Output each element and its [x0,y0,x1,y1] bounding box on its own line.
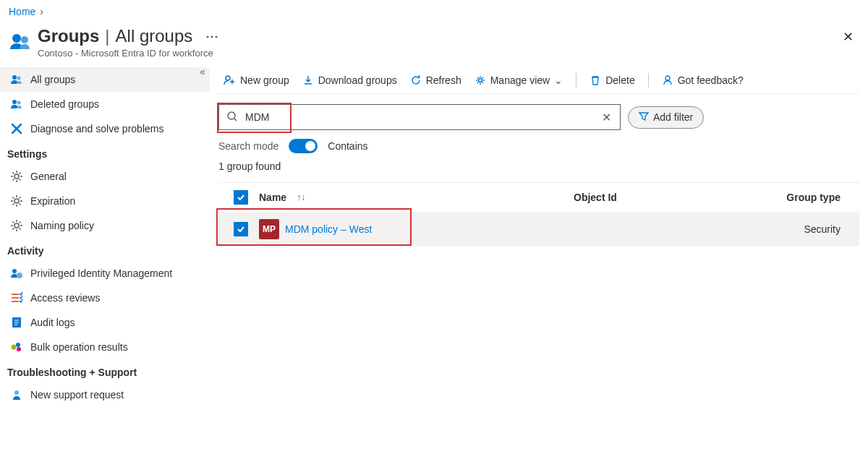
sidebar-item-label: Audit logs [30,317,75,328]
results-table: Name↑↓ Object Id Group type MP MDM polic… [218,182,859,247]
sidebar-item-label: All groups [30,74,75,85]
sidebar-item-diagnose[interactable]: Diagnose and solve problems [0,116,210,141]
support-icon [10,388,23,401]
sidebar-item-label: New support request [30,389,124,401]
search-input[interactable] [245,105,593,129]
chevron-down-icon: ⌄ [554,74,563,86]
sidebar-item-access-reviews[interactable]: Access reviews [0,286,210,310]
breadcrumb: Home › [0,0,868,23]
gear-icon [10,170,23,183]
new-group-button[interactable]: New group [223,74,289,87]
cell-group-type: Security [783,223,855,235]
svg-point-6 [14,174,19,179]
gear-icon [10,219,23,232]
collapse-sidebar-icon[interactable]: « [200,66,205,77]
pim-icon [10,267,23,280]
sidebar-item-label: Privileged Identity Management [30,268,172,279]
sidebar-item-label: Expiration [30,195,75,207]
svg-point-12 [12,345,17,350]
toolbar-separator [576,73,576,87]
sidebar-item-label: Diagnose and solve problems [30,123,163,134]
sidebar-item-label: Access reviews [30,292,100,304]
sidebar-section-settings: Settings [0,141,210,164]
toolbar-separator [648,73,649,87]
download-icon [302,74,314,86]
refresh-button[interactable]: Refresh [410,74,461,86]
table-row[interactable]: MP MDM policy – West Security [218,212,859,247]
close-icon[interactable]: ✕ [837,26,859,48]
sidebar-item-general[interactable]: General [0,164,210,189]
gear-icon [10,194,23,207]
select-all-checkbox[interactable] [234,190,248,205]
search-mode-value: Contains [328,140,367,152]
svg-point-1 [21,36,28,43]
search-input-wrapper: ✕ [218,104,621,130]
gear-icon [475,74,486,86]
breadcrumb-home[interactable]: Home [9,6,35,17]
svg-point-3 [17,77,21,80]
sidebar-item-expiration[interactable]: Expiration [0,189,210,213]
svg-point-5 [17,101,21,105]
sidebar-section-support: Troubleshooting + Support [0,359,210,382]
delete-button[interactable]: Delete [590,74,634,86]
search-mode-toggle[interactable] [289,139,318,153]
feedback-icon [662,74,673,86]
download-groups-button[interactable]: Download groups [302,74,397,86]
clear-search-icon[interactable]: ✕ [593,111,620,124]
page-subtitle: Contoso - Microsoft Entra ID for workfor… [38,48,837,59]
svg-point-15 [14,390,19,395]
sidebar-item-label: General [30,171,67,182]
sidebar-item-naming-policy[interactable]: Naming policy [0,213,210,238]
sidebar-item-pim[interactable]: Privileged Identity Management [0,261,210,286]
sidebar-item-all-groups[interactable]: All groups [0,67,210,92]
group-name-link[interactable]: MDM policy – West [285,223,372,235]
sort-icon: ↑↓ [297,192,305,202]
results-count: 1 group found [218,161,859,182]
sidebar-section-activity: Activity [0,238,210,261]
toolbar: New group Download groups Refresh Manage… [218,67,859,94]
sidebar-item-new-support[interactable]: New support request [0,382,210,407]
more-actions-icon[interactable]: ⋯ [205,28,218,44]
sidebar-item-bulk-results[interactable]: Bulk operation results [0,335,210,359]
sidebar-item-audit-logs[interactable]: Audit logs [0,310,210,335]
groups-icon [10,98,23,111]
svg-point-0 [12,34,21,43]
sidebar: « All groups Deleted groups Diagnose and… [0,67,210,407]
svg-point-8 [14,223,19,228]
svg-point-2 [12,75,17,80]
group-avatar: MP [259,219,279,239]
groups-icon [10,73,23,86]
add-filter-button[interactable]: Add filter [628,106,704,129]
add-group-icon [223,74,236,87]
svg-point-19 [228,112,235,119]
groups-icon [9,30,32,54]
table-header: Name↑↓ Object Id Group type [218,182,859,212]
diagnose-icon [10,122,23,135]
search-icon [219,111,245,124]
svg-point-16 [226,76,230,80]
main-content: New group Download groups Refresh Manage… [210,67,868,407]
svg-point-7 [14,199,19,203]
svg-point-4 [12,100,17,104]
svg-point-18 [665,76,670,80]
svg-point-9 [12,269,17,273]
search-mode-label: Search mode [218,140,278,152]
sidebar-item-label: Naming policy [30,220,94,231]
logs-icon [10,316,23,329]
reviews-icon [10,291,23,304]
bulk-icon [10,341,23,354]
svg-point-14 [17,347,21,351]
delete-icon [590,74,601,86]
page-header: Groups | All groups ⋯ Contoso - Microsof… [0,23,868,67]
svg-point-17 [478,79,482,82]
svg-point-10 [17,273,22,278]
refresh-icon [410,74,422,86]
column-header-object-id[interactable]: Object Id [574,192,783,203]
row-checkbox[interactable] [234,222,248,236]
column-header-name[interactable]: Name↑↓ [259,192,574,203]
column-header-group-type[interactable]: Group type [783,192,855,203]
manage-view-button[interactable]: Manage view ⌄ [475,74,563,86]
feedback-button[interactable]: Got feedback? [662,74,744,86]
sidebar-item-deleted-groups[interactable]: Deleted groups [0,92,210,116]
filter-icon [639,111,649,124]
